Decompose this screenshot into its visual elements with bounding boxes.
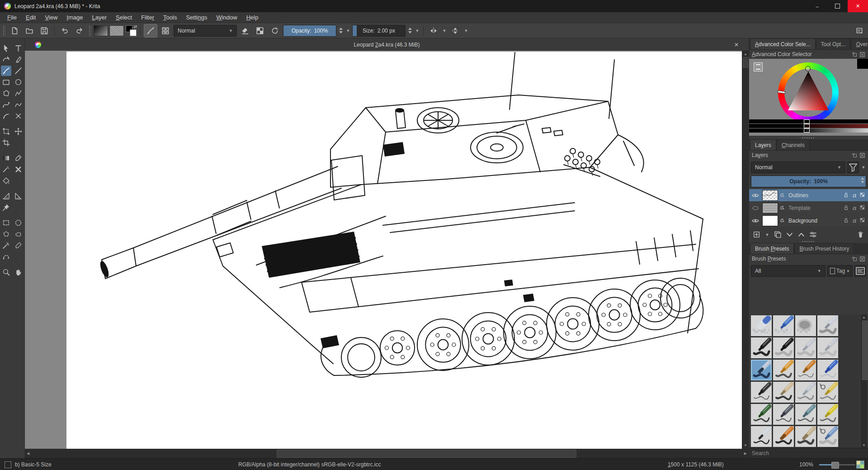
menu-filter[interactable]: Filter: [137, 13, 159, 22]
close-docker-icon[interactable]: [859, 52, 865, 57]
brush-preset[interactable]: [817, 360, 838, 380]
tool-assistant[interactable]: [1, 191, 11, 201]
tool-select-shapes[interactable]: [1, 43, 11, 53]
tool-poly-select[interactable]: [1, 229, 11, 239]
chevron-down-icon[interactable]: ▼: [442, 28, 447, 33]
layer-lock-icon[interactable]: [843, 192, 849, 199]
close-docker-icon[interactable]: [859, 256, 865, 262]
color-selector-settings-icon[interactable]: [754, 62, 763, 71]
float-docker-icon[interactable]: [852, 256, 858, 262]
toolbar-grip[interactable]: [89, 25, 91, 36]
alpha-lock-icon[interactable]: α: [852, 217, 856, 224]
tool-polyline[interactable]: [13, 88, 24, 99]
undo-button[interactable]: [58, 24, 71, 38]
brush-preset[interactable]: [773, 404, 794, 425]
layer-row-template[interactable]: Templateα: [749, 202, 868, 214]
size-spinner[interactable]: [407, 28, 413, 33]
brush-preset[interactable]: [795, 382, 816, 403]
tool-freehand-select[interactable]: [13, 229, 24, 239]
float-docker-icon[interactable]: [852, 152, 858, 158]
layers-tab-0[interactable]: Layers: [750, 139, 776, 150]
opacity-spinner[interactable]: [338, 28, 344, 33]
canvas-area[interactable]: [25, 51, 742, 449]
saturation-value-triangle[interactable]: [784, 69, 832, 117]
tool-colorize-mask[interactable]: [1, 164, 11, 175]
background-color[interactable]: [130, 29, 137, 36]
brush-preset[interactable]: [817, 426, 838, 447]
brush-filter-dropdown[interactable]: All ▼: [751, 265, 826, 277]
swap-colors-icon[interactable]: ⇄: [133, 24, 137, 29]
menu-select[interactable]: Select: [111, 13, 137, 22]
layers-tab-1[interactable]: Channels: [777, 139, 810, 150]
brush-preset[interactable]: [795, 404, 816, 425]
tool-gradient[interactable]: [1, 153, 11, 163]
save-button[interactable]: [38, 24, 51, 38]
tool-rectangle[interactable]: [1, 77, 11, 87]
duplicate-layer-button[interactable]: [774, 231, 782, 238]
tool-freehand-brush[interactable]: [1, 66, 11, 76]
brush-preset[interactable]: [773, 382, 794, 403]
mirror-horizontal-button[interactable]: [427, 24, 440, 38]
brush-search-input[interactable]: [749, 448, 868, 458]
edit-brush-settings-button[interactable]: [144, 24, 157, 38]
docker-splitter[interactable]: ••••••: [749, 239, 868, 243]
inherit-alpha-icon[interactable]: [859, 192, 865, 199]
tool-transform[interactable]: [1, 126, 11, 137]
brush-tab-0[interactable]: Brush Presets: [750, 243, 794, 254]
tool-text[interactable]: [13, 43, 24, 53]
brush-preset[interactable]: [795, 360, 816, 380]
preserve-alpha-button[interactable]: [253, 24, 267, 38]
tool-fill[interactable]: [1, 176, 11, 186]
brush-preset[interactable]: [751, 382, 772, 403]
tool-move[interactable]: [13, 126, 24, 137]
tool-polygon[interactable]: [1, 88, 11, 99]
size-slider[interactable]: Size:2.00 px: [352, 25, 406, 37]
brush-preset[interactable]: [795, 426, 816, 447]
tool-dynamic-brush[interactable]: [1, 111, 11, 121]
maximize-button[interactable]: [827, 0, 848, 12]
inherit-alpha-icon[interactable]: [859, 204, 865, 212]
subwindow-close-icon[interactable]: ✕: [734, 42, 739, 48]
color-history-bar[interactable]: [749, 119, 868, 123]
zoom-slider[interactable]: [819, 464, 855, 465]
move-layer-up-button[interactable]: [797, 231, 805, 238]
brush-preset[interactable]: [817, 382, 838, 403]
menu-layer[interactable]: Layer: [87, 13, 111, 22]
eraser-mode-button[interactable]: [238, 24, 252, 38]
docker-splitter[interactable]: ••••••: [749, 136, 868, 139]
menu-window[interactable]: Window: [212, 13, 241, 22]
chevron-down-icon[interactable]: ▼: [861, 165, 866, 170]
last-used-color-swatch[interactable]: [857, 59, 868, 69]
brush-preset[interactable]: [751, 404, 772, 425]
chevron-down-icon[interactable]: ▼: [345, 28, 351, 33]
color-tab-0[interactable]: Advanced Color Sele...: [750, 38, 816, 49]
chevron-down-icon[interactable]: ▼: [463, 28, 469, 33]
tool-magnetic-select[interactable]: [1, 252, 11, 262]
menu-image[interactable]: Image: [62, 13, 87, 22]
menu-tools[interactable]: Tools: [159, 13, 181, 22]
subwindow-title-bar[interactable]: Leopard 2a4.kra (46.3 MiB) ✕: [25, 38, 749, 51]
brush-preset[interactable]: [817, 315, 838, 336]
tool-color-sampler[interactable]: [13, 153, 24, 163]
brush-grid-scrollbar[interactable]: ▲ ▼: [861, 314, 867, 448]
layer-hidden-icon[interactable]: [750, 204, 761, 212]
menu-file[interactable]: File: [3, 13, 21, 22]
brush-preset[interactable]: [773, 426, 794, 447]
display-mode-button[interactable]: [854, 265, 866, 277]
pattern-chooser[interactable]: [109, 25, 124, 36]
tool-crop[interactable]: [1, 138, 11, 148]
layer-row-background[interactable]: Backgroundα: [749, 214, 868, 227]
tool-ellipse[interactable]: [13, 77, 24, 87]
tool-ellipse-select[interactable]: [13, 218, 24, 228]
tool-rect-select[interactable]: [1, 218, 11, 228]
layer-filter-button[interactable]: [847, 161, 859, 173]
canvas-horizontal-scrollbar[interactable]: ◀ ▶: [25, 449, 749, 458]
tool-zoom-tool[interactable]: [1, 267, 11, 277]
brush-preset[interactable]: [817, 404, 838, 425]
tool-measure[interactable]: [13, 191, 24, 201]
layer-opacity-spinner[interactable]: [859, 177, 866, 183]
canvas-vertical-scrollbar[interactable]: ▲ ▼: [742, 51, 749, 449]
reload-preset-button[interactable]: [268, 24, 282, 38]
layer-opacity-slider[interactable]: Opacity:100%: [751, 176, 866, 187]
close-button[interactable]: ✕: [848, 0, 868, 12]
